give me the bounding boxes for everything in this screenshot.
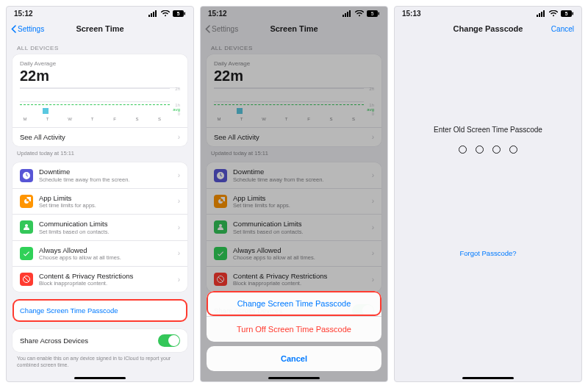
options-list: DowntimeSchedule time away from the scre… — [12, 162, 187, 292]
summary-card: Daily Average 22m 2h 1h avg 0 M T W T — [12, 54, 187, 146]
avg-line — [20, 104, 170, 105]
option-sub: Block inappropriate content. — [39, 280, 175, 287]
status-time: 15:13 — [402, 10, 421, 18]
status-time: 15:12 — [14, 10, 33, 18]
option-title: Communication Limits — [39, 220, 175, 228]
back-button[interactable]: Settings — [11, 25, 44, 33]
passcode-area: Enter Old Screen Time Passcode Forgot Pa… — [395, 37, 581, 381]
svg-rect-5 — [184, 12, 186, 15]
passcode-dot — [476, 146, 484, 154]
battery-icon: 5 — [173, 10, 186, 17]
wifi-icon — [549, 10, 558, 17]
share-toggle[interactable] — [158, 334, 180, 347]
passcode-dot — [492, 146, 501, 154]
option-sub: Set time limits for apps. — [39, 202, 175, 209]
nav-title: Change Passcode — [453, 24, 523, 33]
option-title: Always Allowed — [39, 246, 175, 254]
svg-rect-2 — [153, 12, 154, 17]
status-bar: 15:12 5 — [7, 7, 193, 20]
always-icon — [20, 247, 33, 260]
sheet-cancel[interactable]: Cancel — [207, 346, 381, 371]
svg-rect-17 — [539, 13, 540, 17]
sheet-change-passcode[interactable]: Change Screen Time Passcode — [207, 291, 381, 316]
chevron-right-icon: › — [178, 276, 180, 284]
change-passcode-link[interactable]: Change Screen Time Passcode — [12, 299, 187, 322]
passcode-dot — [509, 146, 517, 154]
svg-rect-0 — [148, 15, 150, 17]
screen-2: 15:12 5 Settings Screen Time All Devices… — [200, 6, 388, 382]
share-card: Share Across Devices — [12, 329, 187, 352]
share-toggle-row[interactable]: Share Across Devices — [12, 329, 187, 352]
svg-rect-19 — [543, 10, 545, 17]
usage-chart: 2h 1h avg 0 M T W T F S S — [20, 87, 180, 121]
svg-text:5: 5 — [177, 10, 180, 15]
chevron-right-icon: › — [178, 249, 180, 257]
share-footer: You can enable this on any device signed… — [12, 352, 187, 368]
option-title: App Limits — [39, 194, 175, 202]
screen-1: 15:12 5 Settings Screen Time All Devices… — [6, 6, 194, 382]
svg-rect-16 — [537, 15, 538, 17]
sheet-turn-off-passcode[interactable]: Turn Off Screen Time Passcode — [207, 316, 381, 342]
option-downtime[interactable]: DowntimeSchedule time away from the scre… — [12, 162, 187, 187]
chevron-right-icon: › — [178, 133, 180, 141]
action-sheet: Change Screen Time Passcode Turn Off Scr… — [207, 291, 381, 376]
svg-rect-3 — [155, 10, 157, 17]
privacy-icon — [20, 273, 33, 286]
status-icons: 5 — [537, 10, 574, 17]
status-bar: 15:13 5 — [395, 7, 581, 20]
content[interactable]: All Devices Daily Average 22m 2h 1h avg … — [7, 37, 193, 381]
nav-bar: Settings Screen Time — [7, 20, 193, 37]
svg-text:5: 5 — [565, 10, 568, 15]
status-icons: 5 — [148, 10, 186, 17]
chevron-right-icon: › — [178, 171, 180, 179]
passcode-prompt: Enter Old Screen Time Passcode — [434, 126, 542, 134]
battery-icon: 5 — [561, 10, 574, 17]
passcode-dots[interactable] — [459, 146, 517, 154]
updated-text: Updated today at 15:11 — [17, 150, 187, 157]
applimits-icon — [20, 195, 33, 208]
option-sub: Schedule time away from the screen. — [39, 176, 175, 183]
chart-bar — [43, 108, 49, 114]
avg-label: Daily Average — [20, 60, 180, 67]
nav-bar: Change Passcode Cancel — [395, 20, 581, 37]
home-indicator[interactable] — [74, 377, 126, 379]
svg-rect-1 — [151, 13, 152, 17]
section-header: All Devices — [17, 45, 187, 51]
option-applimits[interactable]: App LimitsSet time limits for apps.› — [12, 188, 187, 214]
cancel-button[interactable]: Cancel — [551, 25, 574, 33]
comm-icon — [20, 220, 33, 234]
avg-value: 22m — [20, 68, 180, 83]
downtime-icon — [20, 169, 33, 182]
option-sub: Set limits based on contacts. — [39, 229, 175, 235]
forgot-passcode-link[interactable]: Forgot Passcode? — [459, 249, 516, 257]
chevron-right-icon: › — [178, 197, 180, 205]
home-indicator[interactable] — [268, 377, 320, 379]
svg-rect-21 — [573, 12, 574, 15]
chevron-left-icon — [11, 25, 16, 33]
signal-icon — [148, 10, 158, 17]
option-privacy[interactable]: Content & Privacy RestrictionsBlock inap… — [12, 266, 187, 292]
chevron-right-icon: › — [178, 223, 180, 231]
option-sub: Choose apps to allow at all times. — [39, 254, 175, 261]
screen-3: 15:13 5 Change Passcode Cancel Enter Old… — [394, 6, 582, 382]
option-always[interactable]: Always AllowedChoose apps to allow at al… — [12, 240, 187, 266]
back-label: Settings — [18, 25, 44, 33]
signal-icon — [537, 10, 546, 17]
home-indicator[interactable] — [462, 377, 514, 379]
option-comm[interactable]: Communication LimitsSet limits based on … — [12, 214, 187, 240]
see-all-activity[interactable]: See All Activity › — [12, 127, 187, 146]
nav-title: Screen Time — [76, 24, 123, 33]
passcode-dot — [459, 146, 467, 154]
svg-rect-18 — [541, 12, 542, 17]
wifi-icon — [161, 10, 170, 17]
option-title: Downtime — [39, 168, 175, 176]
option-title: Content & Privacy Restrictions — [39, 272, 175, 280]
